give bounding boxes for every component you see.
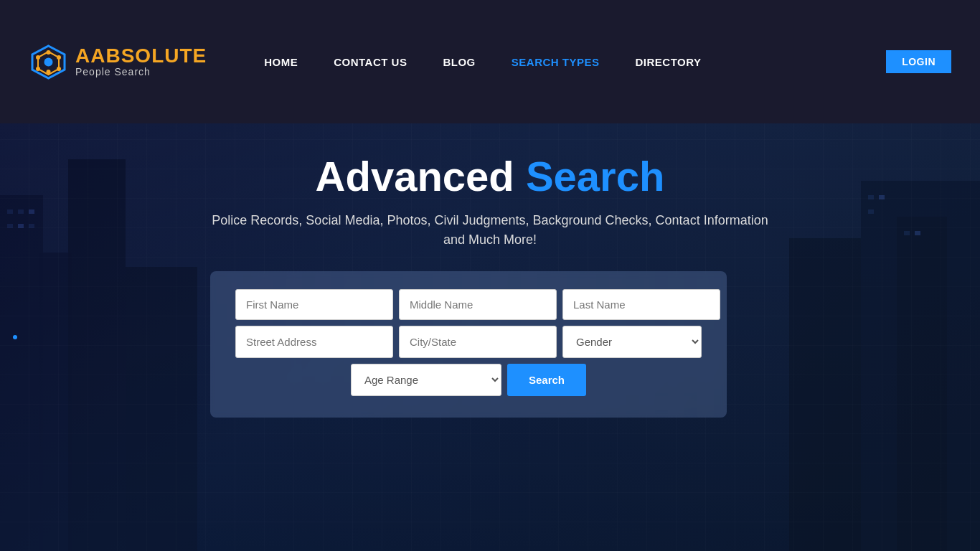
svg-rect-24: [868, 209, 874, 214]
logo-icon: [29, 42, 68, 82]
nav-blog[interactable]: BLOG: [443, 56, 475, 68]
svg-rect-19: [29, 224, 34, 228]
svg-rect-11: [0, 195, 43, 551]
logo: AABSOLUTE People Search: [29, 42, 207, 82]
city-state-input[interactable]: [399, 326, 557, 358]
svg-rect-25: [904, 231, 910, 235]
hero-content: Advanced Search Police Records, Social M…: [210, 123, 770, 418]
hero-accent-dot: [13, 335, 17, 339]
svg-rect-13: [68, 159, 126, 551]
svg-point-2: [44, 57, 53, 66]
svg-point-5: [36, 55, 40, 60]
nav-directory[interactable]: DIRECTORY: [636, 56, 702, 68]
hero-title: Advanced Search: [210, 152, 770, 200]
svg-point-3: [47, 50, 51, 55]
middle-name-input[interactable]: [399, 289, 557, 320]
svg-point-8: [57, 67, 61, 71]
form-row-2: Gender Male Female Other: [235, 326, 702, 358]
svg-rect-26: [915, 231, 920, 235]
svg-rect-22: [868, 195, 874, 199]
svg-rect-17: [7, 224, 13, 228]
svg-rect-18: [18, 224, 24, 228]
search-button[interactable]: Search: [507, 364, 586, 396]
form-row-3: Age Range 18-25 26-35 36-45 46-55 56-65 …: [235, 364, 702, 396]
svg-rect-23: [879, 195, 885, 199]
first-name-input[interactable]: [235, 289, 393, 320]
svg-rect-14: [7, 209, 13, 214]
svg-rect-27: [126, 267, 197, 551]
nav-search-types[interactable]: SEARCH TYPES: [512, 56, 600, 68]
gender-select[interactable]: Gender Male Female Other: [562, 326, 702, 358]
svg-point-7: [36, 67, 40, 71]
svg-rect-12: [39, 253, 72, 551]
age-range-select[interactable]: Age Range 18-25 26-35 36-45 46-55 56-65 …: [351, 364, 501, 396]
street-address-input[interactable]: [235, 326, 393, 358]
last-name-input[interactable]: [562, 289, 720, 320]
svg-rect-28: [789, 238, 861, 551]
svg-rect-15: [18, 209, 24, 214]
nav-contact-us[interactable]: CONTACT US: [334, 56, 407, 68]
header: AABSOLUTE People Search HOME CONTACT US …: [0, 0, 980, 123]
svg-rect-16: [29, 209, 34, 214]
hero-subtitle: Police Records, Social Media, Photos, Ci…: [210, 211, 770, 250]
logo-tagline: People Search: [75, 66, 207, 77]
search-form: Gender Male Female Other Age Range 18-25…: [210, 271, 727, 418]
svg-rect-21: [897, 217, 947, 551]
navigation: HOME CONTACT US BLOG SEARCH TYPES DIRECT…: [264, 56, 886, 68]
login-button[interactable]: LOGIN: [886, 50, 951, 73]
logo-name: AABSOLUTE: [75, 46, 207, 66]
svg-point-6: [57, 55, 61, 60]
nav-home[interactable]: HOME: [264, 56, 298, 68]
svg-point-4: [47, 70, 51, 74]
logo-text: AABSOLUTE People Search: [75, 46, 207, 77]
hero-section: Advanced Search Police Records, Social M…: [0, 123, 980, 551]
form-row-1: [235, 289, 702, 320]
